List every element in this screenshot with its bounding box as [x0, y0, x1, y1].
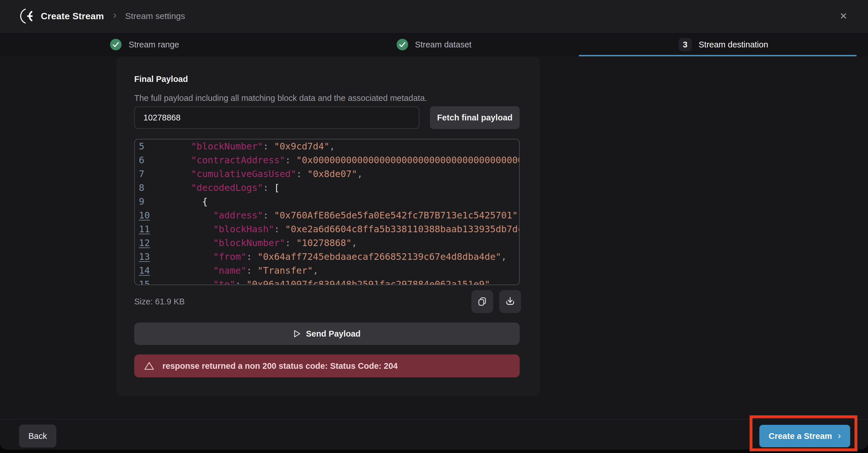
payload-size-label: Size: 61.9 KB [134, 297, 185, 306]
line-number: 14 [135, 264, 158, 277]
fetch-final-payload-button[interactable]: Fetch final payload [430, 107, 520, 129]
stepper: Stream range Stream dataset 3 Stream des… [0, 33, 868, 56]
send-payload-button[interactable]: Send Payload [134, 323, 520, 345]
line-number: 10 [135, 208, 158, 222]
line-number: 9 [135, 194, 158, 208]
step-number-badge: 3 [679, 38, 692, 51]
close-button[interactable]: ✕ [840, 11, 847, 22]
line-number: 11 [135, 222, 158, 236]
section-title: Final Payload [134, 74, 188, 84]
download-button[interactable] [499, 290, 521, 313]
code-line: 9 { [135, 194, 519, 208]
download-icon [505, 296, 515, 307]
copy-icon [477, 296, 488, 307]
back-button[interactable]: Back [19, 425, 56, 448]
stream-logo-icon [19, 8, 35, 24]
breadcrumb-current: Stream settings [125, 11, 185, 21]
modal-header: Create Stream › Stream settings ✕ [0, 0, 868, 32]
code-line: 14 "name": "Transfer", [135, 264, 519, 277]
final-payload-card: Final Payload The full payload including… [116, 57, 540, 396]
code-line: 7 "cumulativeGasUsed": "0x8de07", [135, 167, 519, 181]
line-number: 12 [135, 236, 158, 250]
block-number-input[interactable] [134, 107, 419, 129]
chevron-right-icon: › [838, 431, 841, 441]
section-description: The full payload including all matching … [134, 93, 427, 102]
code-line: 13 "from": "0x64aff7245ebdaaecaf26685213… [135, 250, 519, 264]
code-line: 8 "decodedLogs": [ [135, 181, 519, 194]
step-label: Stream destination [699, 40, 768, 50]
breadcrumb-chevron-icon: › [113, 10, 117, 22]
code-line: 15 "to": "0x96a41097fc839448b2591fac2978… [135, 277, 519, 285]
step-stream-destination[interactable]: 3 Stream destination [579, 33, 868, 56]
step-label: Stream range [128, 40, 179, 50]
line-number: 6 [135, 153, 158, 167]
modal-title: Create Stream [41, 11, 104, 22]
play-icon [293, 329, 301, 338]
line-number: 5 [135, 140, 158, 153]
send-payload-label: Send Payload [306, 329, 361, 339]
create-stream-label: Create a Stream [769, 431, 832, 441]
error-message: response returned a non 200 status code:… [162, 361, 398, 371]
create-stream-modal: Create Stream › Stream settings ✕ Stream… [0, 0, 868, 450]
content-area: Final Payload The full payload including… [0, 56, 868, 419]
create-stream-button[interactable]: Create a Stream › [760, 425, 850, 447]
check-icon [110, 39, 122, 50]
code-line: 5 "blockNumber": "0x9cd7d4", [135, 140, 519, 153]
code-line: 12 "blockNumber": "10278868", [135, 236, 519, 250]
copy-button[interactable] [471, 290, 493, 313]
step-stream-range[interactable]: Stream range [0, 33, 289, 56]
line-number: 8 [135, 181, 158, 194]
code-line: 11 "blockHash": "0xe2a6d6604c8ffa5b33811… [135, 222, 519, 236]
code-line: 6 "contractAddress": "0x0000000000000000… [135, 153, 519, 167]
line-number: 7 [135, 167, 158, 181]
step-label: Stream dataset [415, 40, 472, 50]
code-lines: 5 "blockNumber": "0x9cd7d4",6 "contractA… [135, 140, 519, 285]
error-banner: response returned a non 200 status code:… [134, 354, 520, 378]
page: Create Stream › Stream settings ✕ Stream… [0, 0, 868, 453]
check-icon [397, 39, 408, 50]
line-number: 13 [135, 250, 158, 264]
line-number: 15 [135, 277, 158, 285]
modal-footer: Back Create a Stream › [0, 419, 868, 450]
code-line: 10 "address": "0x760AfE86e5de5fa0Ee542fc… [135, 208, 519, 222]
warning-triangle-icon [144, 361, 154, 370]
step-stream-dataset[interactable]: Stream dataset [289, 33, 579, 56]
payload-code-editor[interactable]: 5 "blockNumber": "0x9cd7d4",6 "contractA… [134, 139, 520, 285]
